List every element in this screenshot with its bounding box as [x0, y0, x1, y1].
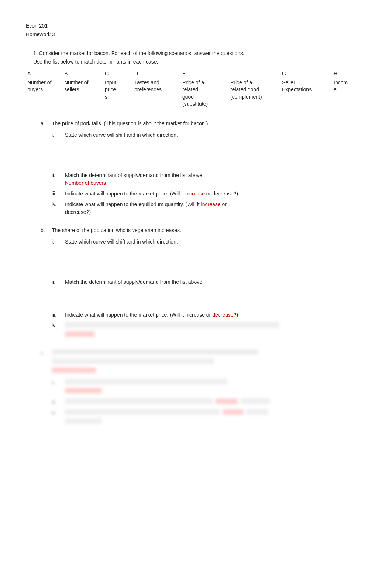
- part-c-iii-content: [65, 398, 366, 406]
- part-c-iv-content: [65, 409, 366, 426]
- det-e-row1: Price of arelatedgood(substitute): [181, 78, 229, 109]
- part-a-i-answer-space: [65, 139, 366, 169]
- part-a-ii: ii. Match the determinant of supply/dema…: [52, 171, 366, 187]
- roman-i-b: i.: [52, 238, 65, 246]
- part-c-iv: iv.: [52, 409, 366, 426]
- part-c-label: c.: [41, 349, 52, 357]
- header-block: Econ 201 Homework 3: [26, 22, 366, 38]
- part-a-content: The price of pork falls. (This question …: [52, 120, 366, 219]
- part-a-intro: The price of pork falls. (This question …: [52, 120, 366, 127]
- det-header-c: C: [103, 69, 133, 78]
- part-b-sublist: i. State which curve will shift and in w…: [52, 238, 366, 339]
- part-a-label: a.: [41, 120, 52, 127]
- part-b-content: The share of the population who is veget…: [52, 227, 366, 342]
- roman-ii-b: ii.: [52, 278, 65, 286]
- part-a-iii-content: Indicate what will happen to the market …: [65, 190, 366, 198]
- part-c-iii: iii.: [52, 398, 366, 406]
- determinants-table: A B C D E F G H Number ofbuyers Number o…: [26, 69, 366, 109]
- part-c-intro: [52, 349, 366, 375]
- roman-ii-c: ii.: [52, 379, 65, 387]
- part-a-iv-increase: increase: [201, 201, 221, 207]
- part-a-i-content: State which curve will shift and in whic…: [65, 131, 366, 169]
- roman-iii-b: iii.: [52, 311, 65, 319]
- det-header-h: H: [332, 69, 362, 78]
- det-header-b: B: [63, 69, 103, 78]
- part-b-ii-answer-space: [65, 286, 366, 308]
- part-b-iv: iv.: [52, 322, 366, 339]
- det-c-row1: Inputprices: [103, 78, 133, 109]
- det-header-a: A: [26, 69, 63, 78]
- roman-i-a: i.: [52, 131, 65, 139]
- det-header-e: E: [181, 69, 229, 78]
- det-b-row1: Number ofsellers: [63, 78, 103, 109]
- det-header-f: F: [229, 69, 281, 78]
- part-b-intro: The share of the population who is veget…: [52, 227, 366, 234]
- part-a-iii: iii. Indicate what will happen to the ma…: [52, 190, 366, 198]
- part-b-label: b.: [41, 227, 52, 234]
- roman-iii-c: iii.: [52, 398, 65, 406]
- part-a-iv-content: Indicate what will happen to the equilib…: [65, 201, 366, 216]
- part-a-i: i. State which curve will shift and in w…: [52, 131, 366, 169]
- det-header-d: D: [133, 69, 181, 78]
- question-1-intro: 1. Consider the market for bacon. For ea…: [26, 50, 366, 66]
- part-c-ii-content: [65, 379, 366, 395]
- assignment-title: Homework 3: [26, 31, 366, 38]
- part-c-content: ii. iii. iv.: [52, 349, 366, 429]
- part-a-sublist: i. State which curve will shift and in w…: [52, 131, 366, 216]
- det-g-row1: SellerExpectations: [281, 78, 332, 109]
- part-c-ii: ii.: [52, 379, 366, 395]
- part-b-ii-content: Match the determinant of supply/demand f…: [65, 278, 366, 308]
- question-1-line1: 1. Consider the market for bacon. For ea…: [33, 50, 366, 57]
- part-b-iii-decrease: decrease: [212, 312, 234, 318]
- part-a-iii-increase: increase: [185, 191, 205, 197]
- part-c-sublist: ii. iii. iv.: [52, 379, 366, 426]
- part-b-i: i. State which curve will shift and in w…: [52, 238, 366, 275]
- question-1-line2: Use the list below to match determinants…: [33, 58, 366, 66]
- part-b-i-answer-space: [65, 246, 366, 275]
- det-d-row1: Tastes andpreferences: [133, 78, 181, 109]
- part-a-ii-answer: Number of buyers: [65, 180, 106, 186]
- course-title: Econ 201: [26, 22, 366, 30]
- roman-iii-a: iii.: [52, 190, 65, 198]
- det-header-g: G: [281, 69, 332, 78]
- part-b-iv-content: [65, 322, 366, 339]
- part-b-iii: iii. Indicate what will happen to the ma…: [52, 311, 366, 319]
- part-c: c. ii. iii.: [41, 349, 366, 429]
- det-f-row1: Price of arelated good(complement): [229, 78, 281, 109]
- part-b-iii-content: Indicate what will happen to the market …: [65, 311, 366, 319]
- part-a-iv: iv. Indicate what will happen to the equ…: [52, 201, 366, 216]
- part-b-i-content: State which curve will shift and in whic…: [65, 238, 366, 275]
- det-a-row1: Number ofbuyers: [26, 78, 63, 109]
- part-b-ii: ii. Match the determinant of supply/dema…: [52, 278, 366, 308]
- roman-ii-a: ii.: [52, 171, 65, 179]
- roman-iv-c: iv.: [52, 409, 65, 417]
- part-a: a. The price of pork falls. (This questi…: [41, 120, 366, 219]
- part-b: b. The share of the population who is ve…: [41, 227, 366, 342]
- part-a-ii-content: Match the determinant of supply/demand f…: [65, 171, 366, 187]
- roman-iv-a: iv.: [52, 201, 65, 208]
- question-1: 1. Consider the market for bacon. For ea…: [26, 50, 366, 429]
- det-h-row1: Income: [332, 78, 362, 109]
- roman-iv-b: iv.: [52, 322, 65, 330]
